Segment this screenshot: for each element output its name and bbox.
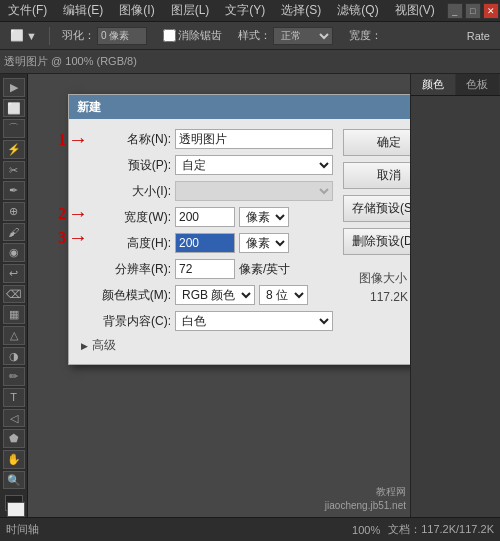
dialog-titlebar: 新建 ✕ <box>69 95 410 119</box>
tool-hand[interactable]: ✋ <box>3 450 25 469</box>
watermark-line1: 教程网 <box>325 485 406 499</box>
tool-brush[interactable]: 🖌 <box>3 223 25 242</box>
advanced-row[interactable]: ▶ 高级 <box>81 337 333 354</box>
cancel-button[interactable]: 取消 <box>343 162 410 189</box>
arrow-1-icon: → <box>68 128 88 151</box>
menu-bar: 文件(F) 编辑(E) 图像(I) 图层(L) 文字(Y) 选择(S) 滤镜(Q… <box>0 0 500 22</box>
main-area: ▶ ⬜ ⌒ ⚡ ✂ ✒ ⊕ 🖌 ◉ ↩ ⌫ ▦ △ ◑ ✏ T ◁ ⬟ ✋ 🔍 … <box>0 74 500 517</box>
new-dialog: 新建 ✕ 名称(N): 预设(P): <box>68 94 410 365</box>
arrow-3-icon: → <box>68 226 88 249</box>
width-input[interactable] <box>175 207 235 227</box>
resolution-row: 分辨率(R): 像素/英寸 <box>81 259 333 279</box>
swatch-tab[interactable]: 色板 <box>456 74 501 95</box>
size-label: 大小(I): <box>81 183 171 200</box>
color-bits-select[interactable]: 8 位 <box>259 285 308 305</box>
tool-crop[interactable]: ✂ <box>3 161 25 180</box>
width-unit-select[interactable]: 像素 <box>239 207 289 227</box>
right-panel: 颜色 色板 <box>410 74 500 517</box>
dialog-overlay: 1 → 2 → 3 → 新建 ✕ <box>28 74 410 517</box>
maximize-button[interactable]: □ <box>465 3 481 19</box>
tool-text[interactable]: T <box>3 388 25 407</box>
menu-view[interactable]: 视图(V) <box>391 2 439 19</box>
status-timeline[interactable]: 时间轴 <box>6 522 39 537</box>
close-button[interactable]: ✕ <box>483 3 499 19</box>
bg-select[interactable]: 白色 <box>175 311 333 331</box>
antialias-checkbox[interactable] <box>163 29 176 42</box>
watermark: 教程网 jiaocheng.jb51.net <box>325 485 406 513</box>
menu-select[interactable]: 选择(S) <box>277 2 325 19</box>
image-size-value: 117.2K <box>343 288 410 307</box>
menu-text[interactable]: 文字(Y) <box>221 2 269 19</box>
tool-stamp[interactable]: ◉ <box>3 243 25 262</box>
minimize-button[interactable]: _ <box>447 3 463 19</box>
tool-gradient[interactable]: ▦ <box>3 305 25 324</box>
tool-eyedropper[interactable]: ✒ <box>3 181 25 200</box>
menu-layer[interactable]: 图层(L) <box>167 2 214 19</box>
tool-shape[interactable]: ⬟ <box>3 429 25 448</box>
color-tab[interactable]: 颜色 <box>411 74 456 95</box>
name-row: 名称(N): <box>81 129 333 149</box>
delete-preset-button[interactable]: 删除预设(D)... <box>343 228 410 255</box>
tool-dodge[interactable]: ◑ <box>3 347 25 366</box>
color-mode-label: 颜色模式(M): <box>81 287 171 304</box>
color-mode-select[interactable]: RGB 颜色 <box>175 285 255 305</box>
tool-pen[interactable]: ✏ <box>3 367 25 386</box>
advanced-triangle-icon: ▶ <box>81 341 88 351</box>
style-select[interactable]: 正常 <box>273 27 333 45</box>
resolution-input[interactable] <box>175 259 235 279</box>
name-input[interactable] <box>175 129 333 149</box>
tool-heal[interactable]: ⊕ <box>3 202 25 221</box>
advanced-label: 高级 <box>92 337 116 354</box>
background-color[interactable] <box>7 502 25 517</box>
watermark-line2: jiaocheng.jb51.net <box>325 499 406 513</box>
tool-path-select[interactable]: ◁ <box>3 409 25 428</box>
resolution-unit: 像素/英寸 <box>239 261 290 278</box>
menu-edit[interactable]: 编辑(E) <box>59 2 107 19</box>
dialog-form: 名称(N): 预设(P): 自定 大小(I): <box>81 129 333 354</box>
ok-button[interactable]: 确定 <box>343 129 410 156</box>
tool-options-icon: ▼ <box>26 30 37 42</box>
toolbar-row1: ⬜ ▼ 羽化： 消除锯齿 样式： 正常 宽度： Rate <box>0 22 500 50</box>
tool-move[interactable]: ▶ <box>3 78 25 97</box>
dialog-body: 名称(N): 预设(P): 自定 大小(I): <box>69 119 410 364</box>
preset-select[interactable]: 自定 <box>175 155 333 175</box>
tool-blur[interactable]: △ <box>3 326 25 345</box>
menu-file[interactable]: 文件(F) <box>4 2 51 19</box>
height-row: 高度(H): 像素 <box>81 233 333 253</box>
feather-input[interactable] <box>97 27 147 45</box>
menu-image[interactable]: 图像(I) <box>115 2 158 19</box>
height-unit-select[interactable]: 像素 <box>239 233 289 253</box>
color-mode-row: 颜色模式(M): RGB 颜色 8 位 <box>81 285 333 305</box>
window-controls: _ □ ✕ <box>447 3 499 19</box>
tool-marquee-icon: ⬜ <box>10 29 24 42</box>
panel-tabs: 颜色 色板 <box>411 74 500 96</box>
save-preset-button[interactable]: 存储预设(S)... <box>343 195 410 222</box>
doc-tab[interactable]: 透明图片 @ 100% (RGB/8) <box>4 54 137 69</box>
height-input[interactable] <box>175 233 235 253</box>
tool-wand[interactable]: ⚡ <box>3 140 25 159</box>
status-bar: 时间轴 100% 文档：117.2K/117.2K <box>0 517 500 541</box>
preset-label: 预设(P): <box>81 157 171 174</box>
annotation-3: 3 → <box>58 226 88 249</box>
style-label: 样式： 正常 <box>232 25 339 47</box>
tool-marquee[interactable]: ⬜ <box>3 99 25 118</box>
tool-history-brush[interactable]: ↩ <box>3 264 25 283</box>
bg-label: 背景内容(C): <box>81 313 171 330</box>
width-label: 宽度(W): <box>81 209 171 226</box>
dialog-title: 新建 <box>77 99 101 116</box>
height-label: 高度(H): <box>81 235 171 252</box>
resolution-label: 分辨率(R): <box>81 261 171 278</box>
status-doc-size: 文档：117.2K/117.2K <box>388 522 494 537</box>
size-select <box>175 181 333 201</box>
name-label: 名称(N): <box>81 131 171 148</box>
image-size-area: 图像大小： 117.2K <box>343 269 410 307</box>
bg-row: 背景内容(C): 白色 <box>81 311 333 331</box>
annotation-1: 1 → <box>58 128 88 151</box>
tool-lasso[interactable]: ⌒ <box>3 119 25 138</box>
menu-filter[interactable]: 滤镜(Q) <box>333 2 382 19</box>
tool-icon-area: ⬜ ▼ <box>4 27 43 44</box>
tool-eraser[interactable]: ⌫ <box>3 285 25 304</box>
arrow-2-icon: → <box>68 202 88 225</box>
tool-zoom[interactable]: 🔍 <box>3 471 25 490</box>
image-size-label: 图像大小： <box>343 269 410 288</box>
